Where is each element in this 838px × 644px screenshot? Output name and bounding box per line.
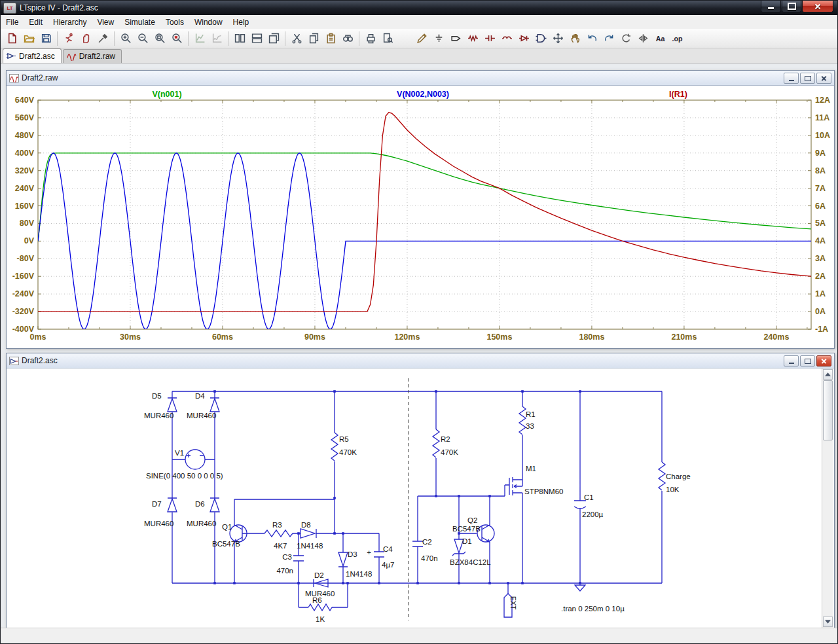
component-label: V1 <box>175 449 184 457</box>
schematic-symbols[interactable] <box>168 398 665 617</box>
diode-d7 <box>168 498 177 512</box>
new-schematic-button[interactable] <box>3 30 20 47</box>
menu-help[interactable]: Help <box>228 16 255 28</box>
menu-edit[interactable]: Edit <box>24 16 48 28</box>
svg-text:4A: 4A <box>815 236 826 245</box>
mirror-button[interactable] <box>634 30 651 47</box>
text-button[interactable]: Aa <box>651 30 668 47</box>
schematic-window-icon[interactable] <box>9 357 19 365</box>
plot-settings-button[interactable] <box>208 30 225 47</box>
waveform-minimize-button[interactable] <box>784 73 799 84</box>
component-label: MUR460 <box>187 520 216 528</box>
label-net-button[interactable] <box>447 30 464 47</box>
drag-button[interactable] <box>566 30 583 47</box>
resistor-r6 <box>308 604 332 611</box>
schematic-minimize-button[interactable] <box>784 355 799 367</box>
component-label: D2 <box>314 571 324 579</box>
wire-button[interactable] <box>413 30 430 47</box>
net-label-ext: EXT <box>509 596 517 610</box>
menu-file[interactable]: File <box>1 16 24 28</box>
zoom-back-button[interactable] <box>168 30 185 47</box>
zoom-out-button[interactable] <box>134 30 151 47</box>
component-label: 470n <box>421 554 438 562</box>
tab-draft2-raw[interactable]: Draft2.raw <box>63 49 122 63</box>
tile-horizontally-button[interactable] <box>248 30 265 47</box>
ground-icon <box>433 33 445 44</box>
menu-tools[interactable]: Tools <box>160 16 189 28</box>
text-icon: Aa <box>655 33 666 44</box>
save-button[interactable] <box>37 30 54 47</box>
inductor-button[interactable] <box>498 30 515 47</box>
minimize-button[interactable] <box>761 1 781 12</box>
waveform-plot[interactable]: 640V560V480V400V320V240V160V80V0V-80V-16… <box>7 86 833 348</box>
toolbar: Aa.op <box>1 29 837 48</box>
move-button[interactable] <box>549 30 566 47</box>
print-preview-button[interactable] <box>379 30 396 47</box>
menu-window[interactable]: Window <box>189 16 228 28</box>
schematic-window-title: Draft2.asc <box>22 356 58 365</box>
component-label: SINE(0 400 50 0 0 0 5) <box>146 472 223 480</box>
copy-button[interactable] <box>305 30 322 47</box>
scroll-thumb[interactable] <box>823 380 833 440</box>
print-button[interactable] <box>362 30 379 47</box>
open-button[interactable] <box>20 30 37 47</box>
schematic-close-button[interactable] <box>816 355 831 367</box>
rotate-button[interactable] <box>617 30 634 47</box>
zoom-full-extents-button[interactable] <box>151 30 168 47</box>
svg-text:-80V: -80V <box>17 254 35 263</box>
component-label: BC547B <box>212 540 240 548</box>
schematic-canvas[interactable]: D5 MUR460 D4 MUR460 V1 SINE(0 400 50 0 0… <box>7 368 822 628</box>
diode-button[interactable] <box>515 30 532 47</box>
app-icon[interactable]: LT <box>3 3 16 14</box>
tile-horizontally-icon <box>251 33 263 44</box>
waveform-maximize-button[interactable] <box>800 73 815 84</box>
svg-text:60ms: 60ms <box>212 332 233 342</box>
redo-button[interactable] <box>600 30 617 47</box>
cascade-button[interactable] <box>265 30 282 47</box>
schematic-window-titlebar[interactable]: Draft2.asc <box>7 353 834 368</box>
legend-trace-ir1[interactable]: I(R1) <box>669 90 687 99</box>
schematic-maximize-button[interactable] <box>800 355 815 367</box>
tab-draft2-asc[interactable]: Draft2.asc <box>3 48 62 63</box>
scroll-up-button[interactable] <box>823 369 833 380</box>
cut-button[interactable] <box>288 30 305 47</box>
diode-d5 <box>168 398 177 412</box>
autorange-y-button[interactable] <box>191 30 208 47</box>
waveform-plot-area[interactable]: 640V560V480V400V320V240V160V80V0V-80V-16… <box>7 86 833 348</box>
title-bar[interactable]: LT LTspice IV - Draft2.asc <box>1 1 837 15</box>
waveform-window: Draft2.raw 640V560V480V400V320V240V160V8… <box>6 70 835 349</box>
zoom-in-button[interactable] <box>117 30 134 47</box>
zoom-in-icon <box>120 33 132 44</box>
drag-icon <box>570 33 581 44</box>
component-button[interactable] <box>532 30 549 47</box>
find-button[interactable] <box>339 30 356 47</box>
capacitor-c1 <box>574 501 586 509</box>
tile-vertically-icon <box>234 33 246 44</box>
undo-button[interactable] <box>583 30 600 47</box>
run-button[interactable] <box>60 30 77 47</box>
waveform-window-titlebar[interactable]: Draft2.raw <box>7 71 834 86</box>
halt-button[interactable] <box>77 30 94 47</box>
menu-view[interactable]: View <box>92 16 119 28</box>
svg-text:12A: 12A <box>815 96 830 105</box>
schematic-vertical-scrollbar[interactable] <box>822 368 833 628</box>
maximize-button[interactable] <box>782 1 801 12</box>
waveform-close-button[interactable] <box>816 73 831 84</box>
tile-vertically-button[interactable] <box>231 30 248 47</box>
menu-hierarchy[interactable]: Hierarchy <box>48 16 92 28</box>
resistor-button[interactable] <box>464 30 481 47</box>
spice-directive-button[interactable]: .op <box>668 30 685 47</box>
menu-simulate[interactable]: Simulate <box>119 16 160 28</box>
scroll-down-button[interactable] <box>823 617 833 627</box>
close-button[interactable] <box>802 1 833 12</box>
label-net-icon <box>450 33 462 44</box>
diode-icon <box>519 33 530 44</box>
ground-button[interactable] <box>430 30 447 47</box>
paste-button[interactable] <box>322 30 339 47</box>
control-panel-button[interactable] <box>94 30 111 47</box>
component-icon <box>536 33 547 44</box>
capacitor-button[interactable] <box>481 30 498 47</box>
legend-trace-vn001[interactable]: V(n001) <box>152 90 181 99</box>
legend-trace-vn002-n003[interactable]: V(N002,N003) <box>397 90 449 99</box>
waveform-window-icon[interactable] <box>9 74 19 82</box>
